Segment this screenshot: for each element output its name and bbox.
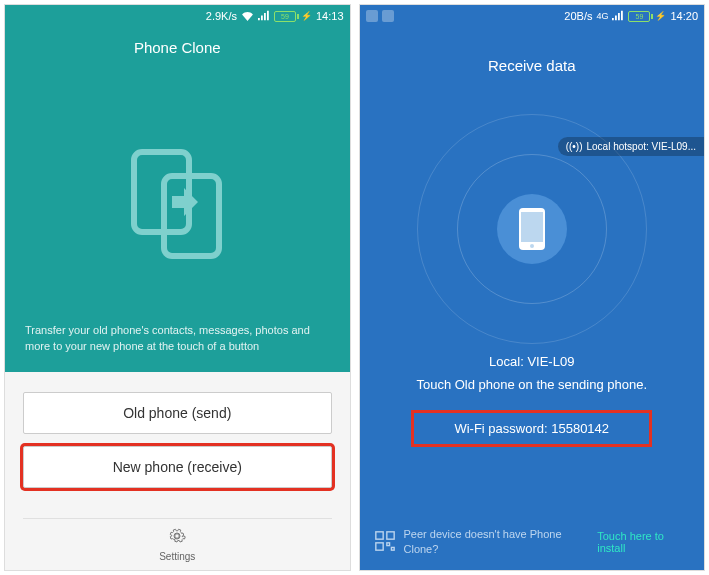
page-title: Phone Clone bbox=[134, 39, 221, 56]
svg-point-2 bbox=[175, 534, 180, 539]
old-phone-button[interactable]: Old phone (send) bbox=[23, 392, 332, 434]
svg-rect-6 bbox=[375, 532, 382, 539]
phone-right: 20B/s 4G 59 ⚡ 14:20 Receive data ((•)) L… bbox=[359, 4, 706, 571]
receive-body: Receive data ((•)) Local hotspot: VIE-L0… bbox=[360, 27, 705, 570]
footer-settings[interactable]: Settings bbox=[23, 518, 332, 570]
status-net: 4G bbox=[596, 11, 608, 21]
wifi-password-text: Wi-Fi password: 15580142 bbox=[454, 421, 609, 436]
svg-rect-7 bbox=[386, 532, 393, 539]
status-bar: 2.9K/s 59 ⚡ 14:13 bbox=[5, 5, 350, 27]
page-title: Receive data bbox=[488, 57, 576, 74]
local-name: Local: VIE-L09 bbox=[489, 354, 574, 369]
svg-rect-8 bbox=[375, 543, 382, 550]
notif-icon bbox=[366, 10, 378, 22]
peer-row: Peer device doesn't have Phone Clone? To… bbox=[360, 517, 705, 570]
new-phone-button[interactable]: New phone (receive) bbox=[23, 446, 332, 488]
description-text: Transfer your old phone's contacts, mess… bbox=[25, 323, 330, 354]
qr-icon bbox=[374, 530, 396, 554]
signal-icon bbox=[612, 10, 624, 23]
svg-rect-9 bbox=[386, 543, 389, 546]
battery-icon: 59 ⚡ bbox=[628, 11, 666, 22]
status-speed: 20B/s bbox=[564, 10, 592, 22]
button-area: Old phone (send) New phone (receive) Set… bbox=[5, 372, 350, 570]
status-bar: 20B/s 4G 59 ⚡ 14:20 bbox=[360, 5, 705, 27]
status-time: 14:13 bbox=[316, 10, 344, 22]
peer-text: Peer device doesn't have Phone Clone? bbox=[404, 527, 590, 556]
hotspot-pill: ((•)) Local hotspot: VIE-L09... bbox=[558, 137, 704, 156]
header-area: Phone Clone Transfer your old phone's co… bbox=[5, 27, 350, 372]
touch-install-link[interactable]: Touch here to install bbox=[597, 530, 690, 554]
hotspot-label: Local hotspot: VIE-L09... bbox=[586, 141, 696, 152]
phone-left: 2.9K/s 59 ⚡ 14:13 Phone Clone Transfer y… bbox=[4, 4, 351, 571]
instruction-text: Touch Old phone on the sending phone. bbox=[416, 377, 647, 392]
settings-label: Settings bbox=[159, 551, 195, 562]
hotspot-icon: ((•)) bbox=[566, 141, 583, 152]
radar-ring-inner bbox=[457, 154, 607, 304]
status-speed: 2.9K/s bbox=[206, 10, 237, 22]
svg-rect-4 bbox=[521, 212, 543, 242]
wifi-icon bbox=[241, 10, 254, 23]
svg-point-5 bbox=[530, 244, 534, 248]
signal-icon bbox=[258, 10, 270, 23]
status-time: 14:20 bbox=[670, 10, 698, 22]
phone-clone-icon bbox=[122, 84, 232, 323]
wifi-password-box: Wi-Fi password: 15580142 bbox=[411, 410, 652, 447]
svg-rect-10 bbox=[391, 547, 394, 550]
battery-icon: 59 ⚡ bbox=[274, 11, 312, 22]
gear-icon bbox=[168, 527, 186, 549]
phone-disc-icon bbox=[497, 194, 567, 264]
notif-icon bbox=[382, 10, 394, 22]
